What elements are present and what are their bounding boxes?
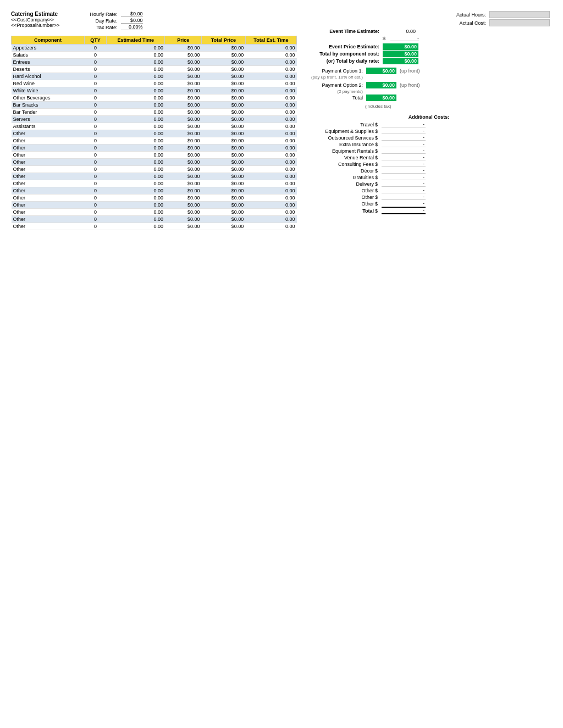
table-cell: $0.00	[165, 223, 202, 230]
day-rate-value: $0.00	[121, 18, 143, 24]
event-price-value: $0.00	[383, 43, 418, 50]
table-cell: Deserts	[12, 66, 85, 73]
table-cell: 0	[85, 87, 107, 95]
table-cell: $0.00	[165, 66, 202, 73]
cost-row: Extra Insurance$-	[308, 141, 550, 147]
table-cell: $0.00	[201, 130, 245, 137]
payment2-sub: (2 payments)	[308, 89, 363, 94]
table-cell: 0	[85, 95, 107, 102]
rate-fields: Hourly Rate: $0.00 Day Rate: $0.00 Tax R…	[82, 11, 143, 30]
cost-dollar: $	[375, 168, 380, 174]
actual-cost-input[interactable]	[489, 19, 550, 26]
table-cell: Appetizers	[12, 45, 85, 52]
table-cell: $0.00	[201, 66, 245, 73]
cost-dollar: $	[375, 129, 380, 134]
cost-label: Delivery	[308, 181, 374, 187]
table-cell: $0.00	[201, 194, 245, 202]
actual-cost-label: Actual Cost:	[442, 20, 486, 26]
table-cell: 0.00	[106, 159, 164, 166]
table-cell: 0.00	[245, 145, 296, 152]
payment2-value: $0.00	[366, 82, 396, 88]
cost-row: Delivery$-	[308, 181, 550, 187]
cost-dollar: $	[375, 148, 380, 154]
cost-label: Equipment & Supplies	[308, 129, 374, 134]
th-total-price: Total Price	[201, 36, 245, 45]
table-cell: $0.00	[201, 180, 245, 187]
table-row: Other00.00$0.00$0.000.00	[12, 209, 297, 216]
table-cell: 0.00	[106, 194, 164, 202]
cost-value: -	[382, 168, 426, 174]
cost-dollar: $	[375, 142, 380, 147]
table-row: Other00.00$0.00$0.000.00	[12, 202, 297, 209]
cost-row: Equipment Rentals$-	[308, 148, 550, 154]
th-component: Component	[12, 36, 85, 45]
cost-row: Décor$-	[308, 168, 550, 174]
table-row: Salads00.00$0.00$0.000.00	[12, 52, 297, 59]
table-row: Other00.00$0.00$0.000.00	[12, 194, 297, 202]
total-component-label: Total by component cost:	[308, 51, 379, 57]
table-cell: $0.00	[201, 116, 245, 123]
table-cell: 0.00	[106, 173, 164, 180]
table-cell: 0.00	[245, 95, 296, 102]
table-cell: Other	[12, 166, 85, 173]
event-time-value: 0.00	[383, 29, 416, 34]
table-cell: 0.00	[245, 216, 296, 223]
table-cell: Other	[12, 130, 85, 137]
table-cell: $0.00	[165, 166, 202, 173]
cost-label: Travel	[308, 122, 374, 127]
cost-value: -	[382, 201, 426, 207]
table-cell: 0	[85, 187, 107, 194]
table-cell: 0.00	[245, 123, 296, 130]
table-row: Other00.00$0.00$0.000.00	[12, 145, 297, 152]
cost-label: Other	[308, 194, 374, 200]
table-cell: 0.00	[106, 45, 164, 52]
table-cell: Other	[12, 173, 85, 180]
table-cell: $0.00	[201, 223, 245, 230]
table-cell: 0.00	[106, 80, 164, 87]
cost-row: Consulting Fees$-	[308, 161, 550, 167]
table-cell: 0	[85, 116, 107, 123]
table-cell: Other	[12, 216, 85, 223]
table-cell: $0.00	[165, 80, 202, 87]
table-cell: 0.00	[245, 45, 296, 52]
cost-value: -	[382, 148, 426, 154]
table-cell: 0	[85, 123, 107, 130]
table-cell: $0.00	[165, 73, 202, 80]
table-cell: 0	[85, 137, 107, 145]
proposal-field: <<ProposalNumber>>	[11, 23, 60, 28]
table-cell: Bar Tender	[12, 109, 85, 116]
table-cell: 0	[85, 216, 107, 223]
table-cell: 0.00	[245, 173, 296, 180]
cost-dollar: $	[375, 135, 380, 141]
cost-dollar: $	[375, 181, 380, 187]
table-cell: 0.00	[106, 187, 164, 194]
table-cell: 0.00	[245, 223, 296, 230]
table-cell: 0.00	[245, 159, 296, 166]
cost-value: -	[382, 154, 426, 160]
table-row: Bar Snacks00.00$0.00$0.000.00	[12, 102, 297, 109]
table-cell: White Wine	[12, 87, 85, 95]
estimate-table: Component QTY Estimated Time Price Total…	[11, 36, 297, 230]
total-component-value: $0.00	[383, 51, 418, 57]
table-row: Deserts00.00$0.00$0.000.00	[12, 66, 297, 73]
table-cell: 0.00	[106, 223, 164, 230]
table-cell: 0.00	[106, 87, 164, 95]
table-cell: $0.00	[165, 202, 202, 209]
table-cell: $0.00	[165, 216, 202, 223]
table-cell: $0.00	[165, 180, 202, 187]
table-cell: 0.00	[245, 137, 296, 145]
table-cell: $0.00	[201, 187, 245, 194]
payment2-label: Payment Option 2:	[308, 82, 363, 88]
table-row: Red Wine00.00$0.00$0.000.00	[12, 80, 297, 87]
table-cell: 0.00	[106, 152, 164, 159]
table-cell: 0	[85, 152, 107, 159]
table-cell: Other Beverages	[12, 95, 85, 102]
payment1-note: (up front)	[400, 68, 420, 74]
table-cell: 0.00	[245, 109, 296, 116]
table-cell: $0.00	[165, 102, 202, 109]
actual-hours-input[interactable]	[489, 11, 550, 18]
main-container: Catering Estimate <<CustCompany>> <<Prop…	[11, 11, 550, 230]
table-cell: $0.00	[165, 194, 202, 202]
table-cell: $0.00	[201, 173, 245, 180]
table-cell: 0.00	[106, 180, 164, 187]
